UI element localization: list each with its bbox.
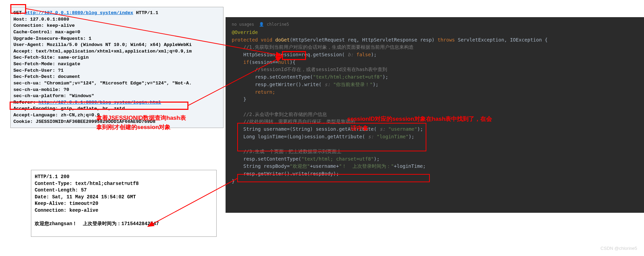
resp-ctype: Content-Type: text/html;charset=utf8 bbox=[35, 181, 139, 186]
str-ctype2: "text/html; charset=utf8" bbox=[301, 156, 374, 162]
l2b: ){ bbox=[290, 59, 296, 65]
http-request-panel: GET http://127.0.0.1:8080/blog_system/in… bbox=[10, 7, 223, 128]
sig-params: (HttpServletRequest req, HttpServletResp… bbox=[290, 37, 438, 43]
return-kw: return; bbox=[255, 89, 275, 95]
l1c: =req.getSession( bbox=[298, 52, 348, 57]
req-secsite: Sec-Fetch-Site: same-origin bbox=[13, 55, 89, 60]
anno1-line1: 拿着JSESSIONID数据查询hash表 bbox=[96, 113, 186, 123]
comment-4: //此处的强转，需要程序员自行保证，类型是靠谱的 bbox=[243, 119, 355, 124]
req-referer-url[interactable]: http://127.0.0.1:8080/blog_system/login.… bbox=[39, 100, 161, 105]
req-secuser: Sec-Fetch-User: ?1 bbox=[13, 68, 64, 73]
http-response-panel: HTTP/1.1 200 Content-Type: text/html;cha… bbox=[31, 170, 217, 237]
l11: resp.getWriter().write(respBody); bbox=[243, 171, 339, 176]
l8c: ); bbox=[408, 134, 414, 139]
str-logintime: "loginTime" bbox=[376, 134, 408, 139]
req-secmode: Sec-Fetch-Mode: navigate bbox=[13, 61, 80, 67]
false-literal: false bbox=[356, 52, 371, 57]
str-ctype: "text/html;charset=utf8" bbox=[313, 74, 382, 80]
resp-conn: Connection: keep-alive bbox=[35, 208, 98, 213]
code-header: no usages 👤 chlorine5 bbox=[232, 22, 638, 27]
req-referer-label: Referer: bbox=[13, 100, 39, 105]
l9c: ); bbox=[374, 156, 380, 162]
l4c: ); bbox=[373, 82, 379, 87]
kw-protected: protected void bbox=[232, 37, 275, 43]
null-kw: null bbox=[278, 59, 290, 65]
req-secplat: sec-ch-ua-platform: "Windows" bbox=[13, 93, 94, 98]
l4a: resp.getWriter().write( bbox=[255, 82, 324, 87]
author-label: chlorine5 bbox=[267, 22, 289, 27]
l2: (session== bbox=[249, 59, 278, 65]
httpsession-type: HttpSession bbox=[243, 52, 278, 57]
str-lastlogin: "！ 上次登录时间为：" bbox=[339, 163, 394, 169]
l7c: ); bbox=[417, 126, 423, 132]
resp-body: 欢迎您zhangsan！ 上次登录时间为：1715442842747 bbox=[35, 221, 159, 226]
l10e: +loginTime; bbox=[394, 163, 426, 169]
comment-3: //2.从会话中拿到之前存储的用户信息 bbox=[243, 112, 327, 117]
req-connection: Connection: keep-alive bbox=[13, 23, 75, 28]
param-s1: s: bbox=[325, 82, 333, 87]
http-method: GET bbox=[13, 10, 22, 15]
close-brace2: } bbox=[232, 178, 234, 184]
annotation-session-found-2: 话中拿 bbox=[351, 124, 368, 132]
str-welcome: "欢迎您" bbox=[290, 163, 310, 169]
request-protocol: HTTP/1.1 bbox=[136, 10, 158, 15]
l10c: +username+ bbox=[310, 163, 339, 169]
comment-5: //3.生成一个页面，把上述数据显示到页面上 bbox=[243, 149, 342, 154]
request-url[interactable]: http://127.0.0.1:8080/blog_system/index bbox=[24, 10, 133, 15]
comment-2: //sessionId不存在，或者sessionId没有在hash表中查到 bbox=[255, 67, 387, 72]
anno1-line2: 拿到刚才创建的session对象 bbox=[96, 123, 186, 132]
l3a: resp.setContentType( bbox=[255, 74, 313, 80]
req-secmobile: sec-ch-ua-mobile: ?0 bbox=[13, 87, 69, 92]
req-enc: Accept-Encoding: gzip, deflate, br, zstd bbox=[13, 106, 125, 111]
param-s2: s: bbox=[380, 126, 388, 132]
req-lang: Accept-Language: zh-CN,zh;q=0.9 bbox=[13, 113, 100, 118]
req-accept: Accept: text/html,application/xhtml+xml,… bbox=[13, 49, 192, 54]
l3c: ); bbox=[382, 74, 388, 80]
method-doget: doGet bbox=[275, 37, 290, 43]
req-secdest: Sec-Fetch-Dest: document bbox=[13, 74, 80, 79]
usages-label: no usages bbox=[232, 22, 254, 27]
annotation-session-found: sessionID对应的session对象在hash表中找到了，在会 bbox=[347, 115, 492, 123]
l8a: Long loginTime=(Long)session.getAttribut… bbox=[243, 134, 368, 139]
req-cache: Cache-Control: max-age=0 bbox=[13, 30, 80, 35]
resp-keepalive: Keep-Alive: timeout=20 bbox=[35, 201, 98, 206]
str-notlogin: "你当前未登录！" bbox=[333, 82, 373, 87]
close-brace: } bbox=[243, 96, 246, 102]
resp-date: Date: Sat, 11 May 2024 15:54:02 GMT bbox=[35, 194, 136, 200]
str-username: "username" bbox=[388, 126, 417, 132]
resp-status: HTTP/1.1 200 bbox=[35, 174, 69, 179]
session-var: session bbox=[278, 52, 298, 57]
annotation-jsessionid: 拿着JSESSIONID数据查询hash表 拿到刚才创建的session对象 bbox=[96, 113, 186, 132]
l1d: ); bbox=[371, 52, 377, 57]
if-stmt: if bbox=[243, 59, 249, 65]
l10a: String respBody= bbox=[243, 163, 290, 169]
req-upgrade: Upgrade-Insecure-Requests: 1 bbox=[13, 36, 91, 41]
req-secchua: sec-ch-ua: "Chromium";v="124", "Microsof… bbox=[13, 81, 192, 86]
sig-exceptions: ServletException, IOException { bbox=[455, 37, 548, 43]
l9a: resp.setContentType( bbox=[243, 156, 302, 162]
resp-clen: Content-Length: 57 bbox=[35, 187, 87, 193]
req-ua: User-Agent: Mozilla/5.0 (Windows NT 10.0… bbox=[13, 42, 192, 47]
param-s3: s: bbox=[368, 134, 376, 139]
param-b: b: bbox=[348, 52, 356, 57]
comment-1: //1.先获取到当前用户对应的会话对象，生成的页面要根据当前用户信息来构造 bbox=[243, 44, 414, 50]
kw-throws: throws bbox=[437, 37, 455, 43]
override-annotation: @Override bbox=[232, 30, 258, 35]
req-host: Host: 127.0.0.1:8080 bbox=[13, 17, 69, 22]
watermark: CSDN @chlorine5 bbox=[601, 246, 637, 251]
